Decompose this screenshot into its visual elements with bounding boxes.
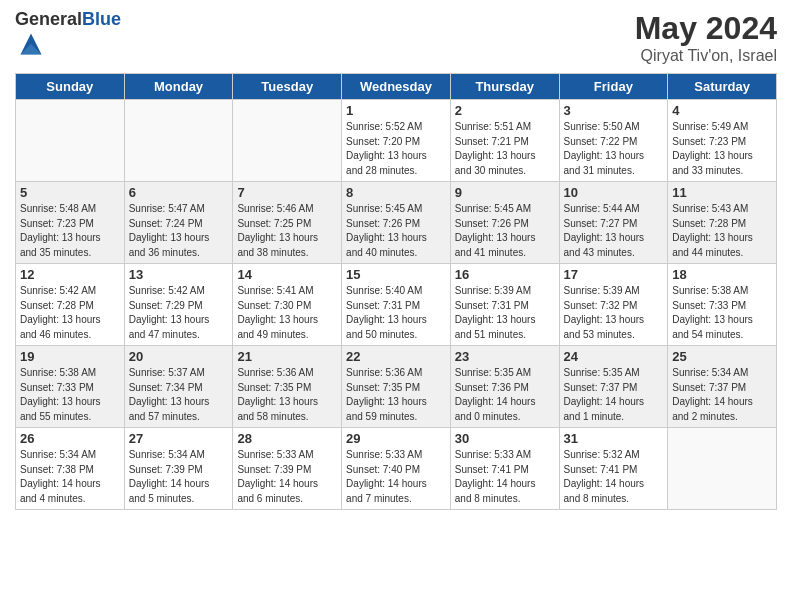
day-number: 20 [129, 349, 229, 364]
calendar-cell: 16Sunrise: 5:39 AM Sunset: 7:31 PM Dayli… [450, 264, 559, 346]
calendar-cell: 11Sunrise: 5:43 AM Sunset: 7:28 PM Dayli… [668, 182, 777, 264]
weekday-header: Sunday [16, 74, 125, 100]
day-info: Sunrise: 5:36 AM Sunset: 7:35 PM Dayligh… [237, 366, 337, 424]
day-number: 22 [346, 349, 446, 364]
calendar-cell: 31Sunrise: 5:32 AM Sunset: 7:41 PM Dayli… [559, 428, 668, 510]
weekday-header: Saturday [668, 74, 777, 100]
calendar-cell: 18Sunrise: 5:38 AM Sunset: 7:33 PM Dayli… [668, 264, 777, 346]
logo: GeneralBlue [15, 10, 121, 62]
weekday-header: Wednesday [342, 74, 451, 100]
day-info: Sunrise: 5:37 AM Sunset: 7:34 PM Dayligh… [129, 366, 229, 424]
calendar-cell: 22Sunrise: 5:36 AM Sunset: 7:35 PM Dayli… [342, 346, 451, 428]
day-number: 7 [237, 185, 337, 200]
day-number: 5 [20, 185, 120, 200]
day-info: Sunrise: 5:45 AM Sunset: 7:26 PM Dayligh… [455, 202, 555, 260]
day-info: Sunrise: 5:39 AM Sunset: 7:31 PM Dayligh… [455, 284, 555, 342]
day-number: 28 [237, 431, 337, 446]
logo-blue: Blue [82, 9, 121, 29]
calendar-cell: 29Sunrise: 5:33 AM Sunset: 7:40 PM Dayli… [342, 428, 451, 510]
day-number: 31 [564, 431, 664, 446]
day-number: 18 [672, 267, 772, 282]
calendar-cell: 14Sunrise: 5:41 AM Sunset: 7:30 PM Dayli… [233, 264, 342, 346]
header: GeneralBlue May 2024 Qiryat Tiv'on, Isra… [15, 10, 777, 65]
calendar-cell: 24Sunrise: 5:35 AM Sunset: 7:37 PM Dayli… [559, 346, 668, 428]
day-number: 24 [564, 349, 664, 364]
day-number: 30 [455, 431, 555, 446]
logo-general: General [15, 9, 82, 29]
day-info: Sunrise: 5:51 AM Sunset: 7:21 PM Dayligh… [455, 120, 555, 178]
day-number: 11 [672, 185, 772, 200]
calendar-cell: 1Sunrise: 5:52 AM Sunset: 7:20 PM Daylig… [342, 100, 451, 182]
day-number: 2 [455, 103, 555, 118]
calendar-cell: 5Sunrise: 5:48 AM Sunset: 7:23 PM Daylig… [16, 182, 125, 264]
calendar-cell: 15Sunrise: 5:40 AM Sunset: 7:31 PM Dayli… [342, 264, 451, 346]
day-info: Sunrise: 5:47 AM Sunset: 7:24 PM Dayligh… [129, 202, 229, 260]
weekday-header: Thursday [450, 74, 559, 100]
calendar-cell: 12Sunrise: 5:42 AM Sunset: 7:28 PM Dayli… [16, 264, 125, 346]
calendar-cell: 10Sunrise: 5:44 AM Sunset: 7:27 PM Dayli… [559, 182, 668, 264]
calendar-cell: 6Sunrise: 5:47 AM Sunset: 7:24 PM Daylig… [124, 182, 233, 264]
day-info: Sunrise: 5:46 AM Sunset: 7:25 PM Dayligh… [237, 202, 337, 260]
logo-icon [17, 30, 45, 58]
day-number: 8 [346, 185, 446, 200]
location: Qiryat Tiv'on, Israel [635, 47, 777, 65]
calendar-cell [16, 100, 125, 182]
weekday-header: Tuesday [233, 74, 342, 100]
day-info: Sunrise: 5:35 AM Sunset: 7:36 PM Dayligh… [455, 366, 555, 424]
calendar-cell: 27Sunrise: 5:34 AM Sunset: 7:39 PM Dayli… [124, 428, 233, 510]
calendar-cell: 17Sunrise: 5:39 AM Sunset: 7:32 PM Dayli… [559, 264, 668, 346]
day-info: Sunrise: 5:32 AM Sunset: 7:41 PM Dayligh… [564, 448, 664, 506]
day-info: Sunrise: 5:35 AM Sunset: 7:37 PM Dayligh… [564, 366, 664, 424]
day-number: 25 [672, 349, 772, 364]
calendar-cell: 19Sunrise: 5:38 AM Sunset: 7:33 PM Dayli… [16, 346, 125, 428]
calendar-cell: 25Sunrise: 5:34 AM Sunset: 7:37 PM Dayli… [668, 346, 777, 428]
day-number: 26 [20, 431, 120, 446]
calendar-week-row: 12Sunrise: 5:42 AM Sunset: 7:28 PM Dayli… [16, 264, 777, 346]
calendar-cell: 3Sunrise: 5:50 AM Sunset: 7:22 PM Daylig… [559, 100, 668, 182]
day-info: Sunrise: 5:34 AM Sunset: 7:37 PM Dayligh… [672, 366, 772, 424]
title-block: May 2024 Qiryat Tiv'on, Israel [635, 10, 777, 65]
day-info: Sunrise: 5:49 AM Sunset: 7:23 PM Dayligh… [672, 120, 772, 178]
calendar-cell: 28Sunrise: 5:33 AM Sunset: 7:39 PM Dayli… [233, 428, 342, 510]
calendar-week-row: 5Sunrise: 5:48 AM Sunset: 7:23 PM Daylig… [16, 182, 777, 264]
day-info: Sunrise: 5:43 AM Sunset: 7:28 PM Dayligh… [672, 202, 772, 260]
calendar-week-row: 26Sunrise: 5:34 AM Sunset: 7:38 PM Dayli… [16, 428, 777, 510]
day-number: 1 [346, 103, 446, 118]
day-number: 17 [564, 267, 664, 282]
day-info: Sunrise: 5:40 AM Sunset: 7:31 PM Dayligh… [346, 284, 446, 342]
day-info: Sunrise: 5:52 AM Sunset: 7:20 PM Dayligh… [346, 120, 446, 178]
day-number: 21 [237, 349, 337, 364]
day-info: Sunrise: 5:42 AM Sunset: 7:29 PM Dayligh… [129, 284, 229, 342]
month-year: May 2024 [635, 10, 777, 47]
calendar-cell: 4Sunrise: 5:49 AM Sunset: 7:23 PM Daylig… [668, 100, 777, 182]
calendar-cell: 7Sunrise: 5:46 AM Sunset: 7:25 PM Daylig… [233, 182, 342, 264]
day-info: Sunrise: 5:34 AM Sunset: 7:39 PM Dayligh… [129, 448, 229, 506]
calendar-cell: 30Sunrise: 5:33 AM Sunset: 7:41 PM Dayli… [450, 428, 559, 510]
calendar-cell: 9Sunrise: 5:45 AM Sunset: 7:26 PM Daylig… [450, 182, 559, 264]
day-number: 16 [455, 267, 555, 282]
day-number: 10 [564, 185, 664, 200]
calendar-cell: 20Sunrise: 5:37 AM Sunset: 7:34 PM Dayli… [124, 346, 233, 428]
day-number: 29 [346, 431, 446, 446]
calendar-week-row: 1Sunrise: 5:52 AM Sunset: 7:20 PM Daylig… [16, 100, 777, 182]
calendar-cell: 23Sunrise: 5:35 AM Sunset: 7:36 PM Dayli… [450, 346, 559, 428]
day-info: Sunrise: 5:39 AM Sunset: 7:32 PM Dayligh… [564, 284, 664, 342]
day-info: Sunrise: 5:36 AM Sunset: 7:35 PM Dayligh… [346, 366, 446, 424]
day-number: 23 [455, 349, 555, 364]
day-number: 13 [129, 267, 229, 282]
day-number: 9 [455, 185, 555, 200]
calendar-table: SundayMondayTuesdayWednesdayThursdayFrid… [15, 73, 777, 510]
day-info: Sunrise: 5:33 AM Sunset: 7:41 PM Dayligh… [455, 448, 555, 506]
day-info: Sunrise: 5:42 AM Sunset: 7:28 PM Dayligh… [20, 284, 120, 342]
day-info: Sunrise: 5:41 AM Sunset: 7:30 PM Dayligh… [237, 284, 337, 342]
calendar-cell: 13Sunrise: 5:42 AM Sunset: 7:29 PM Dayli… [124, 264, 233, 346]
day-number: 14 [237, 267, 337, 282]
calendar-cell: 8Sunrise: 5:45 AM Sunset: 7:26 PM Daylig… [342, 182, 451, 264]
day-info: Sunrise: 5:33 AM Sunset: 7:40 PM Dayligh… [346, 448, 446, 506]
calendar-cell: 2Sunrise: 5:51 AM Sunset: 7:21 PM Daylig… [450, 100, 559, 182]
calendar-cell [668, 428, 777, 510]
calendar-week-row: 19Sunrise: 5:38 AM Sunset: 7:33 PM Dayli… [16, 346, 777, 428]
day-number: 19 [20, 349, 120, 364]
day-info: Sunrise: 5:38 AM Sunset: 7:33 PM Dayligh… [20, 366, 120, 424]
day-info: Sunrise: 5:45 AM Sunset: 7:26 PM Dayligh… [346, 202, 446, 260]
